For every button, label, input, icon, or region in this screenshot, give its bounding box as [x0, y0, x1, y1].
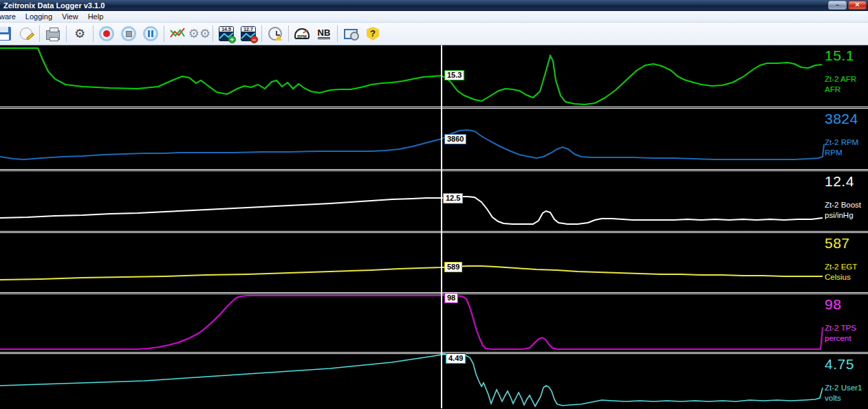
minus-icon: − [250, 36, 258, 43]
rpm-cursor-value: 3860 [444, 134, 466, 144]
add-channel-button[interactable]: 14.5 + [215, 24, 237, 44]
minimize-button[interactable]: – [828, 1, 847, 10]
toolbar: ⚙ ⚙⚙ 14.5 + 12.7 − [0, 23, 868, 45]
user1-cursor-value: 4.49 [446, 353, 466, 364]
rpm-gauge-icon: RPM [294, 28, 310, 39]
chart-view-button[interactable] [166, 24, 188, 44]
menu-bar: ware Logging View Help [0, 11, 868, 23]
narrowband-button[interactable]: NB [313, 24, 335, 44]
nb-icon: NB [318, 28, 331, 39]
save-log-button[interactable] [0, 24, 15, 44]
chart-panel-tps[interactable]: 98 Zt-2 TPS percent [0, 294, 868, 352]
pause-icon [143, 26, 158, 41]
menu-view[interactable]: View [56, 12, 85, 21]
chart-panel-user1[interactable]: 4.75 Zt-2 User1 volts [0, 354, 868, 408]
help-icon: ? [367, 27, 379, 41]
stop-button[interactable] [118, 24, 140, 44]
rpm-trace [0, 130, 824, 159]
tps-trace [0, 296, 823, 349]
settings-button[interactable]: ⚙ [69, 24, 91, 44]
egt-trace [0, 266, 823, 280]
menu-logging[interactable]: Logging [19, 12, 58, 21]
record-icon [99, 26, 114, 41]
rpm-gauge-button[interactable]: RPM [291, 24, 313, 44]
title-bar[interactable]: Zeitronix Data Logger v3.1.0 – ✕ [0, 0, 868, 11]
stop-icon [121, 26, 136, 41]
floppy-disk-icon [0, 27, 11, 41]
chart-panel-boost[interactable]: 12.4 Zt-2 Boost psi/inHg [0, 171, 868, 231]
plus-icon: + [228, 36, 236, 43]
log-preview-button[interactable] [340, 24, 362, 44]
record-button[interactable] [96, 24, 118, 44]
notes-pencil-icon [20, 27, 32, 40]
chart-panel-afr[interactable]: 15.1 Zt-2 AFR AFR [0, 45, 868, 107]
egt-cursor-value: 589 [444, 262, 462, 272]
window-title: Zeitronix Data Logger v3.1.0 [3, 1, 105, 10]
pause-button[interactable] [140, 24, 162, 44]
afr-trace [0, 48, 822, 104]
gears-icon: ⚙⚙ [188, 27, 210, 40]
help-button[interactable]: ? [362, 24, 384, 44]
afr-cursor-value: 15.3 [444, 70, 464, 80]
add-channel-icon: 14.5 + [219, 26, 234, 41]
gear-pencil-icon: ⚙ [74, 27, 85, 40]
data-logger-window: Zeitronix Data Logger v3.1.0 – ✕ ware Lo… [0, 0, 868, 409]
strip-chart-area[interactable]: 15.1 Zt-2 AFR AFR 3824 Zt-2 RPM RPM 12.4… [0, 45, 868, 408]
remove-channel-icon: 12.7 − [241, 26, 256, 41]
print-button[interactable] [42, 24, 64, 44]
boost-trace [0, 197, 823, 224]
preview-magnifier-icon [344, 29, 358, 39]
edit-notes-button[interactable] [15, 24, 37, 44]
time-cursor-line[interactable] [441, 45, 442, 408]
user1-trace [0, 354, 823, 406]
alarm-clock-button[interactable] [264, 24, 286, 44]
boost-cursor-value: 12.5 [443, 193, 463, 203]
gears-config-button[interactable]: ⚙⚙ [188, 24, 210, 44]
close-button[interactable]: ✕ [848, 1, 867, 10]
chart-panel-egt[interactable]: 587 Zt-2 EGT Celsius [0, 233, 868, 292]
remove-channel-button[interactable]: 12.7 − [237, 24, 259, 44]
chart-icon [170, 26, 185, 41]
menu-help[interactable]: Help [82, 12, 110, 21]
printer-icon [46, 30, 60, 40]
tps-cursor-value: 98 [444, 293, 458, 303]
chart-panel-rpm[interactable]: 3824 Zt-2 RPM RPM [0, 109, 868, 169]
alarm-clock-icon [268, 27, 282, 41]
